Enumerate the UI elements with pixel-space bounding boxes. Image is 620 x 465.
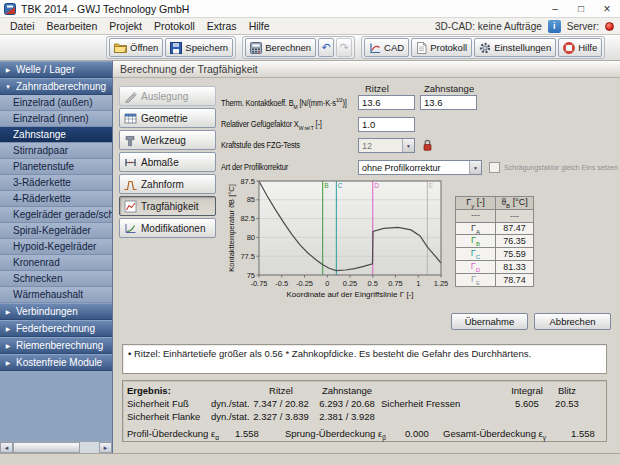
calculate-button[interactable]: Berechnen: [245, 38, 316, 57]
helix-factor-checkbox[interactable]: [489, 162, 500, 173]
column-header-ritzel: Ritzel: [365, 83, 389, 94]
results-title: Ergebnis:: [127, 385, 171, 396]
svg-text:87.5: 87.5: [240, 177, 255, 186]
fzg-load-stage-select[interactable]: 12 ▼: [358, 138, 415, 153]
sidebar-item-waermehaushalt[interactable]: Wärmehaushalt: [0, 287, 112, 303]
folder-icon: [114, 42, 127, 53]
close-button[interactable]: ×: [594, 0, 620, 17]
nav-tragfaehigkeit-button[interactable]: Tragfähigkeit: [119, 196, 216, 216]
redo-icon: ↷: [339, 41, 348, 54]
help-button[interactable]: Hilfe: [558, 38, 602, 57]
root-safety-ritzel: 7.347 / 20.82: [253, 398, 308, 409]
sidebar-horizontal-scrollbar[interactable]: ◄ ►: [0, 441, 112, 453]
svg-text:C: C: [338, 182, 343, 189]
fzg-load-stage-label: Kraftstufe des FZG-Tests: [221, 140, 300, 150]
titlebar: TBK 2014 - GWJ Technology GmbH – □ ×: [0, 0, 620, 18]
svg-text:-0.75: -0.75: [250, 279, 267, 288]
protocol-button[interactable]: Protokoll: [411, 38, 472, 57]
sidebar-group-federberechnung[interactable]: ▶ Federberechnung: [0, 320, 112, 337]
open-button-label: Öffnen: [130, 42, 158, 53]
sidebar-item-schnecken[interactable]: Schnecken: [0, 271, 112, 287]
sidebar-item-zahnstange[interactable]: Zahnstange: [0, 127, 112, 143]
sidebar-group-verbindungen[interactable]: ▶ Verbindungen: [0, 303, 112, 320]
app-icon: [4, 3, 16, 15]
sidebar-group-label: Kostenfreie Module: [16, 357, 102, 368]
menu-hilfe[interactable]: Hilfe: [243, 18, 276, 34]
gamma-cell: ΓB: [456, 235, 496, 248]
root-safety-mode: dyn./stat.: [211, 398, 250, 409]
settings-button[interactable]: Einstellungen: [474, 38, 556, 57]
sidebar-item-kronenrad[interactable]: Kronenrad: [0, 255, 112, 271]
file-toolbar-group: Öffnen Speichern: [106, 36, 236, 59]
sidebar-group-welle-lager[interactable]: ▶ Welle / Lager: [0, 61, 112, 78]
thermal-coefficient-ritzel-input[interactable]: [358, 95, 415, 110]
nav-modifikationen-button[interactable]: Modifikationen: [119, 218, 216, 238]
load-capacity-icon: [124, 200, 137, 213]
undo-button[interactable]: ↶: [318, 38, 334, 57]
svg-text:82.5: 82.5: [240, 214, 255, 223]
structural-factor-input[interactable]: [358, 117, 415, 132]
open-button[interactable]: Öffnen: [109, 38, 163, 57]
cad-button[interactable]: CAD: [364, 38, 409, 57]
save-button[interactable]: Speichern: [165, 38, 233, 57]
scroll-right-icon[interactable]: ►: [99, 442, 112, 453]
sidebar-item-stirnradpaar[interactable]: Stirnradpaar: [0, 143, 112, 159]
tools-toolbar-group: CAD Protokoll Einstellungen Hilfe: [361, 36, 605, 59]
profile-correction-select[interactable]: ohne Profilkorrektur ▼: [358, 160, 482, 175]
menu-projekt[interactable]: Projekt: [103, 18, 148, 34]
scrollbar-thumb[interactable]: [13, 442, 80, 453]
sidebar-item-3-raederkette[interactable]: 3-Räderkette: [0, 175, 112, 191]
sidebar-item-planetenstufe[interactable]: Planetenstufe: [0, 159, 112, 175]
sidebar-item-4-raederkette[interactable]: 4-Räderkette: [0, 191, 112, 207]
menubar: Datei Bearbeiten Projekt Protokoll Extra…: [0, 18, 620, 35]
nav-abmasse-button[interactable]: Abmaße: [119, 152, 216, 172]
calculate-button-label: Berechnen: [265, 42, 311, 53]
cancel-button[interactable]: Abbrechen: [534, 313, 611, 330]
scrollbar-track[interactable]: [13, 442, 99, 453]
menu-bearbeiten[interactable]: Bearbeiten: [41, 18, 104, 34]
nav-label: Tragfähigkeit: [141, 201, 198, 212]
sidebar-item-einzelrad-aussen[interactable]: Einzelrad (außen): [0, 95, 112, 111]
nav-zahnform-button[interactable]: Zahnform: [119, 174, 216, 194]
thermal-coefficient-zahnstange-input[interactable]: [420, 95, 477, 110]
root-safety-label: Sicherheit Fuß: [127, 398, 189, 409]
value-cell: 78.74: [496, 273, 534, 286]
svg-text:0.5: 0.5: [368, 279, 378, 288]
scroll-left-icon[interactable]: ◄: [0, 442, 13, 453]
nav-auslegung-button[interactable]: Auslegung: [119, 86, 216, 106]
sidebar-item-kegelraeder[interactable]: Kegelräder gerade/schräg: [0, 207, 112, 223]
menu-protokoll[interactable]: Protokoll: [148, 18, 201, 34]
sidebar-item-einzelrad-innen[interactable]: Einzelrad (innen): [0, 111, 112, 127]
sidebar-group-kostenfreie-module[interactable]: ▶ Kostenfreie Module: [0, 354, 112, 371]
lock-icon[interactable]: [421, 138, 434, 152]
sidebar-group-zahnradberechnung[interactable]: ▼ Zahnradberechnung: [0, 78, 112, 95]
menu-extras[interactable]: Extras: [201, 18, 243, 34]
sidebar-item-hypoid-kegelraeder[interactable]: Hypoid-Kegelräder: [0, 239, 112, 255]
menu-datei[interactable]: Datei: [4, 18, 41, 34]
svg-text:B: B: [324, 182, 328, 189]
nav-label: Zahnform: [141, 179, 184, 190]
table-header-row: Γy [-] ϑB [°C]: [456, 197, 534, 210]
total-overlap-label: Gesamt-Überdeckung εγ: [443, 428, 546, 441]
save-icon: [170, 42, 182, 54]
nav-werkzeug-button[interactable]: Werkzeug: [119, 130, 216, 150]
info-icon[interactable]: i: [548, 20, 561, 33]
sidebar-group-riemenberechnung[interactable]: ▶ Riemenberechnung: [0, 337, 112, 354]
cad-icon: [369, 42, 381, 54]
sidebar-item-spiral-kegelraeder[interactable]: Spiral-Kegelräder: [0, 223, 112, 239]
minimize-button[interactable]: –: [542, 0, 568, 17]
apply-button[interactable]: Übernahme: [451, 313, 528, 330]
chevron-down-icon: ▼: [469, 161, 481, 174]
redo-button[interactable]: ↷: [336, 38, 352, 57]
maximize-button[interactable]: □: [568, 0, 594, 17]
root-safety-zahnstange: 6.293 / 20.68: [319, 398, 374, 409]
calc-toolbar-group: Berechnen ↶ ↷: [242, 36, 355, 59]
chevron-right-icon: ▶: [4, 66, 12, 73]
module-sidebar: ▶ Welle / Lager ▼ Zahnradberechnung Einz…: [0, 61, 113, 453]
svg-text:85: 85: [247, 195, 255, 204]
nav-geometrie-button[interactable]: Geometrie: [119, 108, 216, 128]
geometry-icon: [124, 112, 137, 125]
flank-safety-mode: dyn./stat.: [211, 411, 250, 422]
cad-status: 3D-CAD: keine Aufträge: [435, 21, 542, 32]
helix-overlap-label: Sprung-Überdeckung εβ: [285, 428, 386, 441]
